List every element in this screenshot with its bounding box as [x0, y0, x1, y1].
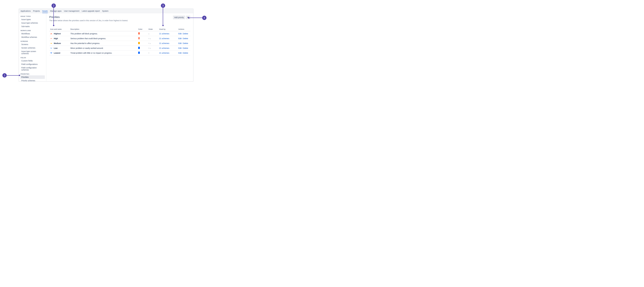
- col-header-actions: Actions: [177, 28, 190, 31]
- used-by-link[interactable]: 21 schemes: [159, 42, 169, 44]
- sidebar-item-sub-tasks[interactable]: Sub-tasks: [20, 25, 45, 28]
- color-swatch: [138, 32, 140, 34]
- color-swatch: [138, 52, 140, 54]
- priority-row-lowest: LowestTrivial problem with little or no …: [49, 50, 190, 56]
- order-arrows[interactable]: ↑ ↓: [147, 46, 158, 50]
- callout-2-dot: [53, 25, 54, 26]
- sidebar-item-field-configuration-schemes[interactable]: Field configuration schemes: [20, 66, 45, 72]
- topnav-system[interactable]: System: [102, 10, 108, 12]
- sidebar-item-screens[interactable]: Screens: [20, 43, 45, 46]
- page-subtitle: The table below shows the priorities use…: [49, 20, 128, 22]
- used-by-link[interactable]: 21 schemes: [159, 47, 169, 49]
- col-header-used: Used by: [158, 28, 177, 31]
- sidebar-group-issue-types: ISSUE TYPES: [20, 16, 45, 17]
- order-arrows[interactable]: ↓: [147, 31, 158, 36]
- callout-1-dot: [19, 75, 20, 76]
- priority-row-highest: HighestThis problem will block progress.…: [49, 31, 190, 36]
- col-header-color: Color: [137, 28, 147, 31]
- priority-desc: Serious problem that could block progres…: [69, 36, 137, 41]
- sidebar-item-priorities[interactable]: Priorities: [20, 75, 45, 79]
- sidebar-item-issue-type-schemes[interactable]: Issue type schemes: [20, 21, 45, 25]
- color-swatch: [138, 47, 140, 49]
- callout-1-line: [7, 75, 19, 76]
- color-swatch: [138, 42, 140, 44]
- sidebar-item-screen-schemes[interactable]: Screen schemes: [20, 46, 45, 50]
- priority-name: Low: [54, 47, 58, 49]
- sidebar-item-issue-type-screen-schemes[interactable]: Issue type screen schemes: [20, 50, 45, 55]
- priority-row-medium: MediumHas the potential to affect progre…: [49, 41, 190, 46]
- priority-icon-medium: [50, 42, 52, 44]
- callout-1: 1: [2, 73, 7, 78]
- priority-name: Highest: [54, 32, 61, 35]
- main-content: Priorities The table below shows the pri…: [46, 13, 193, 82]
- topnav-applications[interactable]: Applications: [20, 10, 31, 12]
- topnav-latest-upgrade-report[interactable]: Latest upgrade report: [82, 10, 100, 12]
- sidebar-item-workflows[interactable]: Workflows: [20, 32, 45, 36]
- priority-row-high: HighSerious problem that could block pro…: [49, 36, 190, 41]
- priority-row-low: LowMinor problem or easily worked around…: [49, 46, 190, 50]
- priority-icon-low: [50, 47, 52, 49]
- color-swatch: [138, 37, 140, 39]
- callout-4-line: [189, 18, 202, 18]
- priority-desc: Trivial problem with little or no impact…: [69, 50, 137, 56]
- used-by-link[interactable]: 21 schemes: [159, 38, 169, 40]
- used-by-link[interactable]: 21 schemes: [159, 32, 169, 35]
- sidebar-group-priorities: PRIORITIES: [20, 73, 45, 75]
- topnav-user-management[interactable]: User management: [64, 10, 79, 12]
- svg-rect-1: [50, 43, 52, 44]
- priority-desc: This problem will block progress.: [69, 31, 137, 36]
- priority-name: Medium: [54, 42, 61, 44]
- sidebar-item-workflow-schemes[interactable]: Workflow schemes: [20, 36, 45, 39]
- edit-link[interactable]: Edit: [178, 32, 182, 35]
- add-priority-button[interactable]: Add priority: [173, 16, 185, 19]
- topnav-issues[interactable]: Issues: [42, 10, 48, 13]
- sidebar-item-field-configurations[interactable]: Field configurations: [20, 62, 45, 66]
- order-arrows[interactable]: ↑ ↓: [147, 41, 158, 46]
- col-header-icon: Icon and name: [49, 28, 69, 31]
- top-nav: ApplicationsProjectsIssuesManage appsUse…: [19, 9, 193, 13]
- sidebar: ISSUE TYPESIssue typesIssue type schemes…: [19, 13, 46, 82]
- svg-rect-0: [50, 43, 52, 43]
- callout-3-dot: [162, 25, 164, 26]
- delete-link[interactable]: Delete: [183, 52, 188, 54]
- sidebar-group-fields: FIELDS: [20, 57, 45, 58]
- callout-2: 2: [52, 4, 56, 8]
- delete-link[interactable]: Delete: [183, 47, 188, 49]
- priority-icon-high: [50, 38, 52, 40]
- sidebar-group-screens: SCREENS: [20, 40, 45, 42]
- callout-3-line: [163, 8, 163, 25]
- callout-2-line: [54, 8, 54, 25]
- priority-name: High: [54, 38, 58, 40]
- used-by-link[interactable]: 21 schemes: [159, 52, 169, 54]
- edit-link[interactable]: Edit: [178, 38, 182, 40]
- sidebar-item-priority-schemes[interactable]: Priority schemes: [20, 79, 45, 82]
- topnav-projects[interactable]: Projects: [33, 10, 40, 12]
- delete-link[interactable]: Delete: [183, 38, 188, 40]
- edit-link[interactable]: Edit: [178, 52, 182, 54]
- sidebar-item-issue-types[interactable]: Issue types: [20, 18, 45, 21]
- priority-icon-lowest: [50, 52, 52, 54]
- priorities-table: Icon and nameDescriptionColorOrderUsed b…: [49, 28, 190, 56]
- priority-name: Lowest: [54, 52, 60, 54]
- order-arrows[interactable]: ↑ ↓: [147, 36, 158, 41]
- callout-4: 4: [202, 16, 206, 20]
- col-header-order: Order: [147, 28, 158, 31]
- callout-4-dot: [188, 17, 190, 18]
- delete-link[interactable]: Delete: [183, 42, 188, 44]
- priority-icon-highest: [50, 33, 52, 34]
- page-title: Priorities: [49, 16, 128, 19]
- topnav-manage-apps[interactable]: Manage apps: [50, 10, 62, 12]
- delete-link[interactable]: Delete: [183, 32, 188, 35]
- col-header-desc: Description: [69, 28, 137, 31]
- callout-3: 3: [161, 4, 165, 8]
- edit-link[interactable]: Edit: [178, 47, 182, 49]
- sidebar-group-workflows: WORKFLOWS: [20, 30, 45, 32]
- order-arrows[interactable]: ↑: [147, 50, 158, 56]
- sidebar-item-custom-fields[interactable]: Custom fields: [20, 59, 45, 62]
- admin-panel: ApplicationsProjectsIssuesManage appsUse…: [19, 8, 194, 82]
- priority-desc: Has the potential to affect progress.: [69, 41, 137, 46]
- priority-desc: Minor problem or easily worked around.: [69, 46, 137, 50]
- edit-link[interactable]: Edit: [178, 42, 182, 44]
